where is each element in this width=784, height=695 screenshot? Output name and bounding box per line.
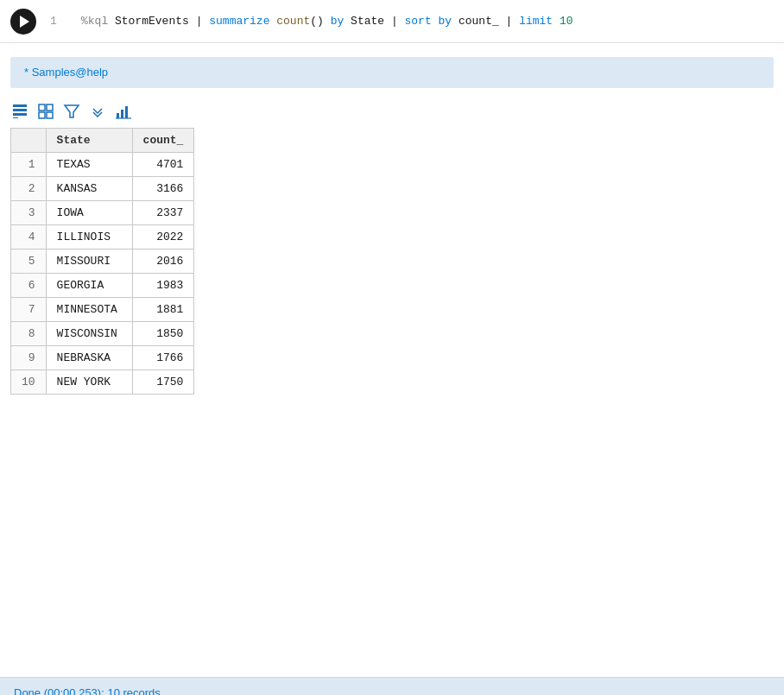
table-row: 9NEBRASKA1766 bbox=[11, 346, 194, 370]
table-row: 8WISCONSIN1850 bbox=[11, 322, 194, 346]
cmd-sort: sort bbox=[405, 15, 439, 28]
table-row: 3IOWA2337 bbox=[11, 201, 194, 225]
pipe3: | bbox=[506, 15, 520, 28]
cmd-limit: limit bbox=[519, 15, 560, 28]
table-row: 10NEW YORK1750 bbox=[11, 370, 194, 395]
fn-count: count bbox=[276, 15, 310, 28]
cmd-summarize: summarize bbox=[209, 15, 276, 28]
table-row: 5MISSOURI2016 bbox=[11, 250, 194, 274]
grid-view-icon[interactable] bbox=[36, 102, 55, 121]
by-keyword2: by bbox=[439, 15, 458, 28]
row-number: 2 bbox=[11, 177, 47, 201]
cell-state: WISCONSIN bbox=[46, 322, 132, 346]
cell-count: 1983 bbox=[132, 274, 194, 298]
svg-rect-5 bbox=[47, 104, 53, 111]
svg-marker-8 bbox=[65, 105, 79, 117]
row-number: 9 bbox=[11, 346, 47, 370]
svg-rect-11 bbox=[125, 106, 128, 118]
row-number: 10 bbox=[11, 370, 47, 395]
row-number: 8 bbox=[11, 322, 47, 346]
table-view-icon[interactable] bbox=[10, 102, 29, 121]
cell-state: ILLINOIS bbox=[46, 225, 132, 250]
cell-state: TEXAS bbox=[46, 153, 132, 177]
table-row: 2KANSAS3166 bbox=[11, 177, 194, 201]
cell-state: NEW YORK bbox=[46, 370, 132, 395]
by-keyword1: by bbox=[331, 15, 351, 28]
main-content: * Samples@help bbox=[0, 57, 784, 695]
cell-state: KANSAS bbox=[46, 177, 132, 201]
status-text: Done (00:00.253): 10 records bbox=[14, 686, 161, 695]
table-row: 4ILLINOIS2022 bbox=[11, 225, 194, 250]
results-toolbar bbox=[0, 88, 784, 128]
col-header-state: State bbox=[46, 129, 132, 153]
table-row: 7MINNESOTA1881 bbox=[11, 298, 194, 322]
line-number: 1 bbox=[50, 15, 67, 28]
cell-count: 4701 bbox=[132, 153, 194, 177]
status-bar: Done (00:00.253): 10 records bbox=[0, 677, 784, 695]
row-number: 1 bbox=[11, 153, 47, 177]
filter-icon[interactable] bbox=[62, 102, 81, 121]
svg-rect-3 bbox=[13, 117, 18, 118]
cell-count: 2337 bbox=[132, 201, 194, 225]
col-header-count: count_ bbox=[132, 129, 194, 153]
cell-count: 1881 bbox=[132, 298, 194, 322]
row-number: 3 bbox=[11, 201, 47, 225]
fn-parens: () bbox=[310, 15, 330, 28]
svg-rect-9 bbox=[117, 113, 119, 118]
table-row: 6GEORGIA1983 bbox=[11, 274, 194, 298]
svg-rect-1 bbox=[13, 109, 27, 111]
cell-state: MINNESOTA bbox=[46, 298, 132, 322]
row-number: 4 bbox=[11, 225, 47, 250]
cell-count: 1850 bbox=[132, 322, 194, 346]
kql-prefix: %kql bbox=[81, 15, 115, 28]
run-button[interactable] bbox=[10, 9, 36, 35]
cell-count: 3166 bbox=[132, 177, 194, 201]
svg-rect-7 bbox=[47, 112, 53, 118]
results-table-wrapper: State count_ 1TEXAS47012KANSAS31663IOWA2… bbox=[0, 128, 784, 395]
cell-count: 1750 bbox=[132, 370, 194, 395]
samples-text: * Samples@help bbox=[24, 66, 108, 79]
cell-count: 2016 bbox=[132, 250, 194, 274]
table-header-row: State count_ bbox=[11, 129, 194, 153]
svg-rect-0 bbox=[13, 104, 27, 107]
row-number: 6 bbox=[11, 274, 47, 298]
cell-state: IOWA bbox=[46, 201, 132, 225]
cell-state: NEBRASKA bbox=[46, 346, 132, 370]
expand-icon[interactable] bbox=[88, 102, 107, 121]
cell-count: 2022 bbox=[132, 225, 194, 250]
svg-rect-2 bbox=[13, 113, 27, 116]
svg-rect-6 bbox=[39, 112, 45, 118]
row-number: 7 bbox=[11, 298, 47, 322]
results-table: State count_ 1TEXAS47012KANSAS31663IOWA2… bbox=[10, 128, 194, 395]
cell-count: 1766 bbox=[132, 346, 194, 370]
chart-icon[interactable] bbox=[114, 102, 133, 121]
col-header-rownum bbox=[11, 129, 47, 153]
table-row: 1TEXAS4701 bbox=[11, 153, 194, 177]
table-name: StormEvents bbox=[115, 15, 196, 28]
cell-state: GEORGIA bbox=[46, 274, 132, 298]
samples-banner: * Samples@help bbox=[10, 57, 774, 88]
svg-rect-10 bbox=[121, 110, 123, 118]
query-text: %kql StormEvents | summarize count() by … bbox=[81, 15, 573, 28]
cell-state: MISSOURI bbox=[46, 250, 132, 274]
pipe1: | bbox=[196, 15, 210, 28]
col-state: State bbox=[351, 15, 391, 28]
num-10: 10 bbox=[560, 15, 573, 28]
col-count: count_ bbox=[458, 15, 506, 28]
pipe2: | bbox=[391, 15, 405, 28]
row-number: 5 bbox=[11, 250, 47, 274]
svg-rect-4 bbox=[39, 104, 45, 111]
query-bar: 1 %kql StormEvents | summarize count() b… bbox=[0, 0, 784, 43]
